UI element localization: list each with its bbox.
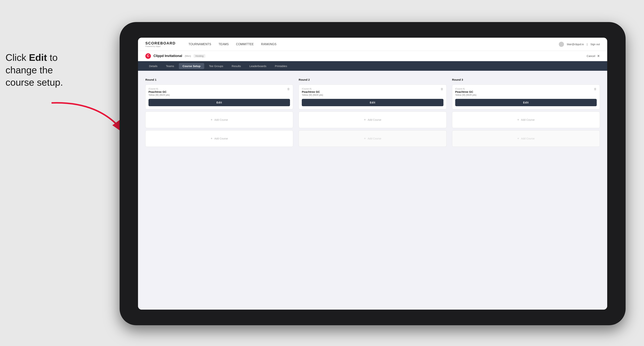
user-avatar (559, 42, 564, 47)
round-1-course-name: Peachtree GC (148, 90, 290, 93)
add-course-text-r1-1: + Add Course (210, 118, 228, 122)
tab-results[interactable]: Results (228, 63, 244, 69)
nav-teams[interactable]: TEAMS (218, 42, 229, 47)
round-2-add-course-1[interactable]: + Add Course (299, 112, 446, 128)
round-2-add-course-2: + Add Course (299, 130, 446, 147)
hosting-badge: Hosting (194, 54, 205, 58)
round-3-edit-button[interactable]: Edit (455, 99, 597, 106)
user-email: blair@clippd.io (567, 43, 584, 46)
round-3-column: Round 3 🗑 (Course A) Peachtree GC Yellow… (452, 78, 600, 147)
cancel-button[interactable]: Cancel (586, 54, 595, 57)
tablet-frame: SCOREBOARD Powered by clippd TOURNAMENTS… (120, 22, 626, 325)
round-2-course-name: Peachtree GC (302, 90, 443, 93)
rounds-grid: Round 1 🗑 (Course A) Peachtree GC Yellow… (145, 78, 600, 147)
tab-tee-groups[interactable]: Tee Groups (205, 63, 227, 69)
logo-subtitle: Powered by clippd (145, 45, 176, 47)
sub-header: C Clippd Invitational (Men) Hosting Canc… (138, 51, 607, 61)
round-3-add-course-1[interactable]: + Add Course (452, 112, 600, 128)
nav-pipe: | (587, 43, 588, 46)
round-3-course-card: 🗑 (Course A) Peachtree GC Yellow (M) (66… (452, 85, 600, 109)
sub-header-right: Cancel ✕ (586, 54, 600, 58)
round-1-add-course-2[interactable]: + Add Course (145, 130, 293, 147)
round-1-add-course-1[interactable]: + Add Course (145, 112, 293, 128)
round-1-column: Round 1 🗑 (Course A) Peachtree GC Yellow… (145, 78, 293, 147)
add-course-text-r3-1: + Add Course (517, 118, 534, 122)
instruction-text: Click Edit tochange thecourse setup. (6, 51, 94, 89)
nav-user-area: blair@clippd.io | Sign out (559, 42, 600, 47)
clippd-logo: C (145, 53, 151, 59)
tab-details[interactable]: Details (145, 63, 161, 69)
tab-teams[interactable]: Teams (162, 63, 178, 69)
tournament-name: Clippd Invitational (154, 54, 182, 58)
round-3-course-tee: Yellow (M) (6629 yds) (455, 94, 597, 96)
add-course-text-r2-1: + Add Course (364, 118, 381, 122)
round-2-title: Round 2 (299, 78, 446, 81)
round-3-course-label: (Course A) (455, 88, 597, 90)
nav-links: TOURNAMENTS TEAMS COMMITTEE RANKINGS (188, 42, 550, 47)
scoreboard-logo: SCOREBOARD Powered by clippd (145, 41, 176, 47)
top-nav: SCOREBOARD Powered by clippd TOURNAMENTS… (138, 38, 607, 51)
tabs-bar: Details Teams Course Setup Tee Groups Re… (138, 61, 607, 71)
add-course-text-r1-2: + Add Course (210, 137, 228, 141)
round-2-course-tee: Yellow (M) (6629 yds) (302, 94, 443, 96)
round-2-course-card: 🗑 (Course A) Peachtree GC Yellow (M) (66… (299, 85, 446, 109)
trash-icon-r1[interactable]: 🗑 (286, 87, 291, 91)
nav-rankings[interactable]: RANKINGS (261, 42, 276, 47)
round-3-title: Round 3 (452, 78, 600, 81)
sign-out-link[interactable]: Sign out (590, 43, 600, 46)
logo-title: SCOREBOARD (145, 41, 176, 45)
round-1-edit-button[interactable]: Edit (148, 99, 290, 106)
trash-icon-r2[interactable]: 🗑 (440, 87, 444, 91)
close-icon[interactable]: ✕ (597, 54, 600, 58)
tab-leaderboards[interactable]: Leaderboards (246, 63, 270, 69)
main-content: Round 1 🗑 (Course A) Peachtree GC Yellow… (138, 71, 607, 310)
round-1-course-tee: Yellow (M) (6629 yds) (148, 94, 290, 96)
round-2-column: Round 2 🗑 (Course A) Peachtree GC Yellow… (299, 78, 446, 147)
nav-tournaments[interactable]: TOURNAMENTS (188, 42, 211, 47)
add-course-text-r3-2: + Add Course (517, 137, 534, 141)
round-1-course-label: (Course A) (148, 88, 290, 90)
add-course-text-r2-2: + Add Course (364, 137, 381, 141)
trash-icon-r3[interactable]: 🗑 (593, 87, 598, 91)
tab-course-setup[interactable]: Course Setup (179, 63, 204, 69)
round-3-course-name: Peachtree GC (455, 90, 597, 93)
sub-header-left: C Clippd Invitational (Men) Hosting (145, 53, 586, 59)
round-2-course-label: (Course A) (302, 88, 443, 90)
gender-badge: (Men) (185, 55, 191, 57)
tab-printables[interactable]: Printables (271, 63, 291, 69)
round-2-edit-button[interactable]: Edit (302, 99, 443, 106)
round-1-title: Round 1 (145, 78, 293, 81)
round-3-add-course-2: + Add Course (452, 130, 600, 147)
nav-committee[interactable]: COMMITTEE (236, 42, 254, 47)
round-1-course-card: 🗑 (Course A) Peachtree GC Yellow (M) (66… (145, 85, 293, 109)
tablet-screen: SCOREBOARD Powered by clippd TOURNAMENTS… (138, 38, 607, 310)
